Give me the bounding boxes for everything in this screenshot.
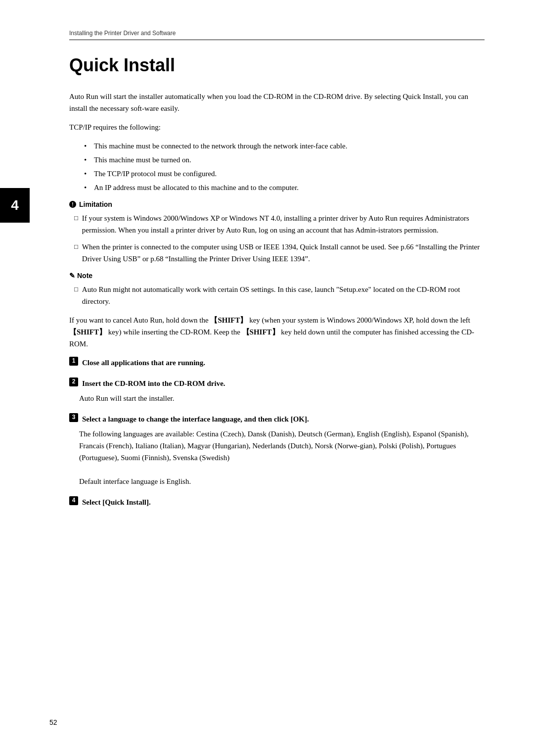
step-number-3: 3: [69, 413, 78, 422]
step-1-label: Close all applications that are running.: [82, 357, 205, 369]
limitation-text-2: When the printer is connected to the com…: [82, 241, 485, 265]
note-label: Note: [77, 272, 92, 280]
intro-paragraph-2: TCP/IP requires the following:: [69, 121, 485, 133]
limitation-list: □ If your system is Windows 2000/Windows…: [74, 212, 485, 265]
step-2: 2 Insert the CD-ROM into the CD-ROM driv…: [69, 378, 485, 404]
limitation-icon: !: [69, 201, 76, 208]
step-3-label: Select a language to change the interfac…: [82, 413, 309, 425]
page: 4 Installing the Printer Driver and Soft…: [0, 0, 534, 756]
note-text-1: Auto Run might not automatically work wi…: [82, 284, 485, 307]
page-title: Quick Install: [69, 55, 485, 76]
limitation-label: Limitation: [79, 200, 112, 208]
note-box: ✎ Note □ Auto Run might not automaticall…: [69, 272, 485, 307]
limitation-text-1: If your system is Windows 2000/Windows X…: [82, 212, 485, 236]
note-list: □ Auto Run might not automatically work …: [74, 284, 485, 307]
step-3-header: 3 Select a language to change the interf…: [69, 413, 485, 425]
step-2-label: Insert the CD-ROM into the CD-ROM drive.: [82, 378, 225, 389]
limitation-item-2: □ When the printer is connected to the c…: [74, 241, 485, 265]
list-item: The TCP/IP protocol must be configured.: [84, 168, 485, 180]
limitation-item-1: □ If your system is Windows 2000/Windows…: [74, 212, 485, 236]
step-2-body: Auto Run will start the installer.: [79, 392, 485, 404]
chapter-tab: 4: [0, 188, 30, 223]
shift-key-1: 【SHIFT】: [210, 316, 247, 324]
shift-key-3: 【SHIFT】: [242, 328, 279, 336]
step-3-languages: The following languages are available: C…: [79, 428, 485, 464]
shift-paragraph: If you want to cancel Auto Run, hold dow…: [69, 314, 485, 350]
step-4: 4 Select [Quick Install].: [69, 496, 485, 508]
step-3-body: The following languages are available: C…: [79, 428, 485, 487]
requirements-list: This machine must be connected to the ne…: [84, 140, 485, 193]
step-number-4: 4: [69, 496, 78, 505]
list-item: An IP address must be allocated to this …: [84, 182, 485, 193]
checkbox-icon-2: □: [74, 242, 78, 252]
step-4-header: 4 Select [Quick Install].: [69, 496, 485, 508]
shift-key-2: 【SHIFT】: [69, 328, 106, 336]
note-item-1: □ Auto Run might not automatically work …: [74, 284, 485, 307]
step-1-header: 1 Close all applications that are runnin…: [69, 357, 485, 369]
checkbox-icon-1: □: [74, 213, 78, 224]
breadcrumb: Installing the Printer Driver and Softwa…: [69, 30, 485, 37]
note-checkbox-icon: □: [74, 284, 78, 295]
limitation-header: ! Limitation: [69, 200, 485, 208]
note-pencil-icon: ✎: [69, 272, 75, 280]
step-4-label: Select [Quick Install].: [82, 496, 151, 508]
chapter-number: 4: [11, 197, 19, 213]
step-3: 3 Select a language to change the interf…: [69, 413, 485, 487]
step-number-2: 2: [69, 378, 78, 386]
list-item: This machine must be connected to the ne…: [84, 140, 485, 152]
limitation-box: ! Limitation □ If your system is Windows…: [69, 200, 485, 265]
list-item: This machine must be turned on.: [84, 154, 485, 166]
step-3-default-lang: Default interface language is English.: [79, 475, 485, 487]
step-2-header: 2 Insert the CD-ROM into the CD-ROM driv…: [69, 378, 485, 389]
header-rule: [69, 40, 485, 40]
step-1: 1 Close all applications that are runnin…: [69, 357, 485, 369]
page-number: 52: [49, 718, 57, 726]
intro-paragraph-1: Auto Run will start the installer automa…: [69, 91, 485, 114]
note-header: ✎ Note: [69, 272, 485, 280]
step-number-1: 1: [69, 357, 78, 366]
